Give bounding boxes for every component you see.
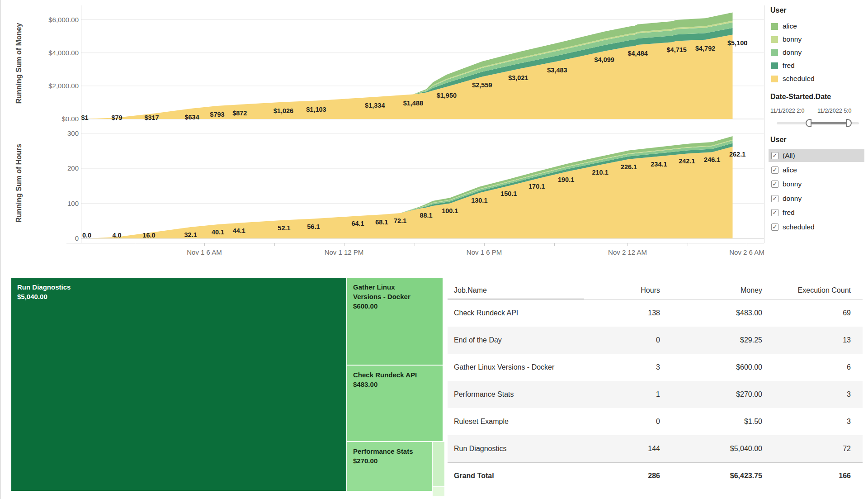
- mark-label: $5,100: [727, 39, 747, 47]
- table-row[interactable]: Ruleset Example0$1.503: [448, 408, 863, 435]
- hours-chart-canvas[interactable]: [81, 128, 764, 243]
- legend-item-alice[interactable]: alice: [771, 21, 797, 32]
- hours-axis-title: Running Sum of Hours: [15, 118, 23, 249]
- treemap-cell-performance-stats[interactable]: Performance Stats$270.00: [347, 442, 432, 491]
- filter-option-label: scheduled: [783, 223, 815, 231]
- user-filter-option-bonny[interactable]: ✓bonny: [769, 178, 864, 190]
- treemap-cell-gather-linux-versions-docker[interactable]: Gather LinuxVersions - Docker$600.00: [347, 278, 443, 365]
- x-tick: [415, 243, 415, 246]
- table-row[interactable]: Check Rundeck API138$483.0069: [448, 299, 863, 327]
- user-filter-title: User: [770, 136, 787, 144]
- legend-item-scheduled[interactable]: scheduled: [771, 73, 815, 84]
- legend-item-label: alice: [783, 22, 797, 30]
- mark-label: $1,488: [403, 100, 423, 107]
- mark-label: $3,483: [547, 67, 567, 74]
- money-chart-canvas[interactable]: [81, 5, 764, 126]
- legend-swatch-icon: [771, 62, 778, 69]
- filter-option-label: bonny: [783, 180, 802, 188]
- grand-total-value: 166: [769, 472, 857, 480]
- legend-item-fred[interactable]: fred: [771, 60, 795, 71]
- mark-label: 246.1: [704, 156, 720, 163]
- table-row[interactable]: End of the Day0$29.2513: [448, 327, 863, 354]
- checkbox-icon[interactable]: ✓: [771, 195, 778, 202]
- y-tick-label: 300: [22, 129, 79, 137]
- value-cell: $1.50: [666, 418, 769, 426]
- chart-divider-line: [66, 126, 764, 126]
- hours-area-chart[interactable]: 0.04.016.032.140.144.152.156.164.168.172…: [81, 128, 764, 243]
- mark-label: $1,026: [274, 107, 293, 114]
- date-slider-end-handle[interactable]: [846, 119, 852, 127]
- checkbox-icon[interactable]: ✓: [771, 152, 778, 159]
- legend-swatch-icon: [771, 49, 778, 56]
- user-filter-option-fred[interactable]: ✓fred: [769, 206, 864, 219]
- mark-label: 170.1: [528, 183, 545, 190]
- value-cell: 3: [584, 363, 666, 371]
- date-slider-selected-range[interactable]: [810, 122, 849, 124]
- value-cell: $5,040.00: [666, 445, 769, 453]
- date-range-end-label: 11/2/2022 5:0: [817, 108, 852, 114]
- mark-label: $4,715: [667, 46, 687, 53]
- grand-total-row[interactable]: Grand Total286$6,423.75166: [448, 462, 863, 489]
- value-cell: $483.00: [666, 309, 769, 317]
- mark-label: 44.1: [233, 227, 245, 234]
- user-filter-option-alice[interactable]: ✓alice: [769, 164, 864, 176]
- y-tick-label: 200: [22, 164, 79, 172]
- column-header-money[interactable]: Money: [666, 286, 769, 295]
- value-cell: 144: [584, 445, 666, 453]
- user-filter-option-all[interactable]: ✓(All): [769, 149, 864, 162]
- mark-label: 56.1: [307, 223, 320, 230]
- mark-label: 68.1: [375, 219, 388, 226]
- x-tick: [135, 243, 135, 246]
- date-slider-start-handle[interactable]: [806, 119, 811, 127]
- filter-option-label: donny: [783, 195, 802, 203]
- treemap-cell-label: Run Diagnostics: [17, 282, 340, 292]
- x-axis-label: Nov 1 6 PM: [467, 248, 502, 256]
- legend-item-label: fred: [783, 62, 795, 70]
- mark-label: 100.1: [442, 207, 458, 214]
- area-series-scheduled[interactable]: [81, 147, 733, 238]
- treemap-cell-run-diagnostics[interactable]: Run Diagnostics$5,040.00: [11, 278, 346, 491]
- treemap-cell-check-rundeck-api[interactable]: Check Rundeck API$483.00: [347, 366, 443, 441]
- table-row[interactable]: Performance Stats1$270.003: [448, 381, 863, 408]
- checkbox-icon[interactable]: ✓: [771, 181, 778, 188]
- treemap-cell-ruleset-example[interactable]: [433, 487, 444, 496]
- x-tick: [627, 243, 628, 246]
- checkbox-icon[interactable]: ✓: [771, 166, 778, 174]
- user-filter-option-scheduled[interactable]: ✓scheduled: [769, 221, 864, 233]
- money-area-chart[interactable]: $1$79$317$634$793$872$1,026$1,103$1,334$…: [81, 5, 764, 126]
- treemap-cell-label: Gather Linux: [353, 282, 437, 292]
- legend-item-bonny[interactable]: bonny: [771, 34, 802, 45]
- value-cell: 13: [769, 336, 857, 344]
- treemap-cell-label: Check Rundeck API: [353, 370, 437, 380]
- plot-right-border: [764, 5, 764, 243]
- table-row[interactable]: Run Diagnostics144$5,040.0072: [448, 435, 863, 462]
- mark-label: 210.1: [592, 169, 608, 176]
- checkbox-icon[interactable]: ✓: [771, 223, 778, 231]
- legend-item-donny[interactable]: donny: [771, 47, 802, 58]
- mark-label: 130.1: [471, 197, 487, 204]
- mark-label: 64.1: [351, 220, 364, 227]
- x-axis-label: Nov 1 12 PM: [325, 248, 364, 256]
- treemap-cell-label: Performance Stats: [353, 447, 426, 456]
- job-name-cell: Gather Linux Versions - Docker: [448, 362, 584, 372]
- x-tick: [344, 243, 344, 246]
- checkbox-icon[interactable]: ✓: [771, 209, 778, 216]
- job-name-cell: Performance Stats: [448, 390, 584, 399]
- mark-label: 0.0: [82, 232, 91, 239]
- mark-label: $1,334: [365, 102, 385, 109]
- mark-label: $4,484: [627, 50, 647, 57]
- legend-swatch-icon: [771, 23, 778, 30]
- table-row[interactable]: Gather Linux Versions - Docker3$600.006: [448, 354, 863, 381]
- column-header-hours[interactable]: Hours: [584, 286, 666, 295]
- mark-label: $793: [210, 111, 224, 118]
- user-filter-option-donny[interactable]: ✓donny: [769, 192, 864, 205]
- legend-swatch-icon: [771, 76, 778, 82]
- mark-label: 52.1: [278, 224, 290, 232]
- filter-option-label: alice: [783, 166, 797, 174]
- job-summary-table: Job.NameHoursMoneyExecution CountCheck R…: [448, 281, 863, 489]
- filter-option-label: (All): [783, 152, 795, 160]
- mark-label: 88.1: [420, 212, 432, 219]
- column-header-execution-count[interactable]: Execution Count: [769, 286, 857, 295]
- column-header-job-name[interactable]: Job.Name: [448, 281, 584, 299]
- treemap-cell-end-of-the-day[interactable]: [433, 442, 444, 486]
